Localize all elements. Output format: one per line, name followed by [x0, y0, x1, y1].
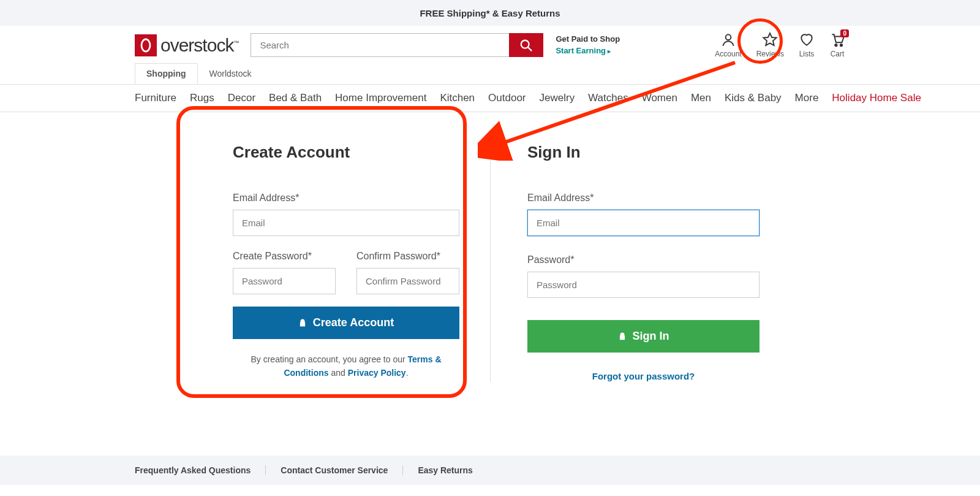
- sign-in-title: Sign In: [527, 143, 760, 162]
- lock-icon: [618, 332, 627, 341]
- lists-link[interactable]: Lists: [799, 32, 815, 58]
- search-button[interactable]: [509, 33, 543, 57]
- svg-rect-7: [300, 322, 305, 326]
- create-account-panel: Create Account Email Address* Create Pas…: [190, 143, 490, 382]
- footer-returns[interactable]: Easy Returns: [403, 465, 487, 475]
- create-email-input[interactable]: [233, 210, 459, 236]
- nav-cat-women[interactable]: Women: [642, 92, 677, 104]
- svg-line-3: [528, 47, 532, 50]
- signin-password-label: Password*: [527, 254, 760, 265]
- logo-text: overstock™: [160, 35, 238, 56]
- nav-cat-kitchen[interactable]: Kitchen: [440, 92, 475, 104]
- nav-cat-kids-baby[interactable]: Kids & Baby: [725, 92, 782, 104]
- signin-email-label: Email Address*: [527, 193, 760, 204]
- nav-cat-decor[interactable]: Decor: [228, 92, 255, 104]
- get-paid-to-shop[interactable]: Get Paid to Shop Start Earning: [556, 34, 620, 56]
- promo-bar: FREE Shipping* & Easy Returns: [0, 0, 980, 26]
- forgot-password-link[interactable]: Forgot your password?: [592, 371, 695, 381]
- svg-point-6: [840, 44, 842, 46]
- create-password-label: Create Password*: [233, 251, 336, 262]
- logo-mark: [135, 34, 157, 56]
- svg-point-5: [835, 44, 837, 46]
- account-link[interactable]: Account: [715, 32, 741, 58]
- confirm-password-label: Confirm Password*: [356, 251, 459, 262]
- footer-contact[interactable]: Contact Customer Service: [266, 465, 403, 475]
- paid-shop-line2[interactable]: Start Earning: [556, 45, 620, 56]
- cart-link[interactable]: 0 Cart: [829, 32, 845, 58]
- footer-faq[interactable]: Frequently Asked Questions: [135, 465, 266, 475]
- nav-cat-holiday-sale[interactable]: Holiday Home Sale: [832, 92, 921, 104]
- create-password-input[interactable]: [233, 268, 336, 294]
- nav-cat-rugs[interactable]: Rugs: [190, 92, 214, 104]
- nav-cat-watches[interactable]: Watches: [588, 92, 628, 104]
- create-account-button[interactable]: Create Account: [233, 307, 459, 339]
- signin-email-input[interactable]: [527, 210, 760, 236]
- create-email-label: Email Address*: [233, 193, 459, 204]
- reviews-link[interactable]: Reviews: [756, 32, 784, 58]
- tab-shopping[interactable]: Shopping: [135, 63, 198, 84]
- sign-in-panel: Sign In Email Address* Password* Sign In…: [490, 143, 790, 382]
- tab-worldstock[interactable]: Worldstock: [198, 63, 263, 84]
- search-icon: [519, 39, 533, 52]
- paid-shop-line1: Get Paid to Shop: [556, 34, 620, 45]
- nav-cat-more[interactable]: More: [795, 92, 819, 104]
- star-icon: [762, 32, 778, 48]
- lock-icon: [298, 319, 307, 327]
- search-input[interactable]: [251, 33, 509, 57]
- nav-cat-outdoor[interactable]: Outdoor: [488, 92, 526, 104]
- confirm-password-input[interactable]: [356, 268, 459, 294]
- nav-cat-bed-bath[interactable]: Bed & Bath: [269, 92, 322, 104]
- create-account-title: Create Account: [233, 143, 459, 162]
- create-terms-text: By creating an account, you agree to our…: [233, 353, 459, 380]
- svg-point-1: [141, 39, 150, 52]
- sign-in-button[interactable]: Sign In: [527, 320, 760, 353]
- nav-cat-men[interactable]: Men: [691, 92, 711, 104]
- search-bar: [251, 33, 543, 57]
- nav-cat-home-improvement[interactable]: Home Improvement: [335, 92, 426, 104]
- promo-text: FREE Shipping* & Easy Returns: [420, 8, 560, 18]
- heart-icon: [799, 32, 815, 48]
- signin-password-input[interactable]: [527, 272, 760, 298]
- nav-cat-furniture[interactable]: Furniture: [135, 92, 176, 104]
- nav-cat-jewelry[interactable]: Jewelry: [540, 92, 575, 104]
- privacy-policy-link[interactable]: Privacy Policy: [348, 368, 406, 378]
- cart-count-badge: 0: [840, 29, 849, 37]
- svg-point-2: [521, 40, 529, 48]
- svg-point-4: [726, 34, 731, 40]
- account-icon: [720, 32, 736, 48]
- logo[interactable]: overstock™: [135, 34, 238, 56]
